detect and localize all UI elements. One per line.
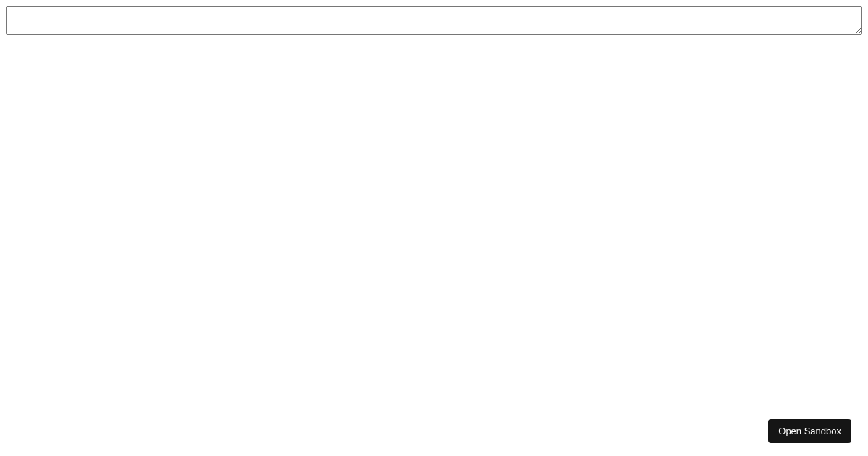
textarea-container: [0, 0, 868, 43]
open-sandbox-button[interactable]: Open Sandbox: [768, 419, 851, 443]
main-textarea[interactable]: [6, 6, 862, 35]
